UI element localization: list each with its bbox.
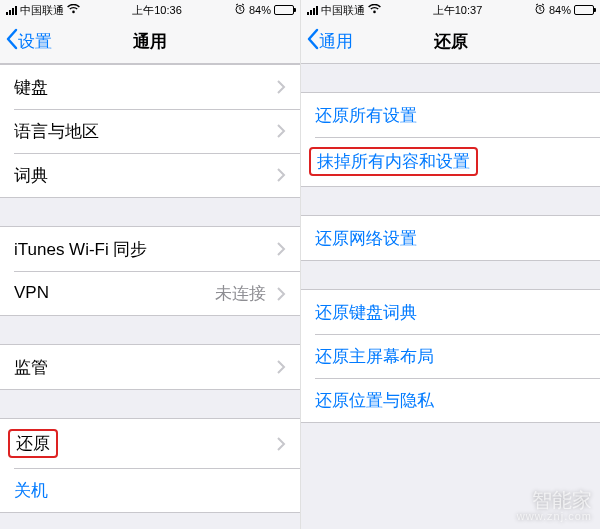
content: 还原所有设置 抹掉所有内容和设置 还原网络设置 还原键盘词典 还原主屏幕布局 还… [301,64,600,529]
page-title: 还原 [434,30,468,53]
row-label: 还原网络设置 [315,227,417,250]
chevron-left-icon [4,28,18,55]
row-reset-location-privacy[interactable]: 还原位置与隐私 [301,378,600,422]
row-reset[interactable]: 还原 [0,419,300,468]
row-reset-home-layout[interactable]: 还原主屏幕布局 [301,334,600,378]
row-label: 还原键盘词典 [315,301,417,324]
chevron-left-icon [305,28,319,55]
row-label: 监管 [14,356,48,379]
battery-icon [574,5,594,15]
signal-icon [307,6,318,15]
phone-general: 中国联通 上午10:36 84% 设置 通用 键盘 [0,0,300,529]
chevron-right-icon [277,437,286,451]
row-reset-keyboard-dict[interactable]: 还原键盘词典 [301,290,600,334]
battery-pct: 84% [249,4,271,16]
clock: 上午10:37 [433,3,483,18]
battery-pct: 84% [549,4,571,16]
row-shutdown[interactable]: 关机 [0,468,300,512]
row-label: 还原位置与隐私 [315,389,434,412]
chevron-right-icon [277,287,286,301]
back-label: 通用 [319,30,353,53]
row-label: iTunes Wi-Fi 同步 [14,238,148,261]
row-label: 关机 [14,479,48,502]
signal-icon [6,6,17,15]
status-bar: 中国联通 上午10:37 84% [301,0,600,20]
row-label: 还原主屏幕布局 [315,345,434,368]
back-button[interactable]: 通用 [305,20,353,63]
battery-icon [274,5,294,15]
chevron-right-icon [277,124,286,138]
chevron-right-icon [277,80,286,94]
row-reset-all-settings[interactable]: 还原所有设置 [301,93,600,137]
row-keyboard[interactable]: 键盘 [0,65,300,109]
row-label: 还原 [8,429,58,458]
status-bar: 中国联通 上午10:36 84% [0,0,300,20]
clock: 上午10:36 [132,3,182,18]
back-label: 设置 [18,30,52,53]
page-title: 通用 [133,30,167,53]
row-supervision[interactable]: 监管 [0,345,300,389]
content: 键盘 语言与地区 词典 iTunes Wi-Fi 同步 VPN 未连接 [0,64,300,529]
chevron-right-icon [277,360,286,374]
carrier-label: 中国联通 [20,3,64,18]
phone-reset: 中国联通 上午10:37 84% 通用 还原 还原所有设置 [300,0,600,529]
row-itunes-wifi-sync[interactable]: iTunes Wi-Fi 同步 [0,227,300,271]
row-dictionary[interactable]: 词典 [0,153,300,197]
alarm-icon [534,3,546,17]
row-label: 语言与地区 [14,120,99,143]
row-label: VPN [14,283,49,303]
carrier-label: 中国联通 [321,3,365,18]
alarm-icon [234,3,246,17]
row-language-region[interactable]: 语言与地区 [0,109,300,153]
row-label: 还原所有设置 [315,104,417,127]
row-reset-network[interactable]: 还原网络设置 [301,216,600,260]
row-label: 词典 [14,164,48,187]
row-label: 键盘 [14,76,48,99]
row-erase-all-content[interactable]: 抹掉所有内容和设置 [301,137,600,186]
wifi-icon [368,4,381,16]
wifi-icon [67,4,80,16]
row-label: 抹掉所有内容和设置 [309,147,478,176]
back-button[interactable]: 设置 [4,20,52,63]
nav-bar: 设置 通用 [0,20,300,64]
chevron-right-icon [277,168,286,182]
chevron-right-icon [277,242,286,256]
row-vpn[interactable]: VPN 未连接 [0,271,300,315]
row-value: 未连接 [215,284,266,303]
nav-bar: 通用 还原 [301,20,600,64]
